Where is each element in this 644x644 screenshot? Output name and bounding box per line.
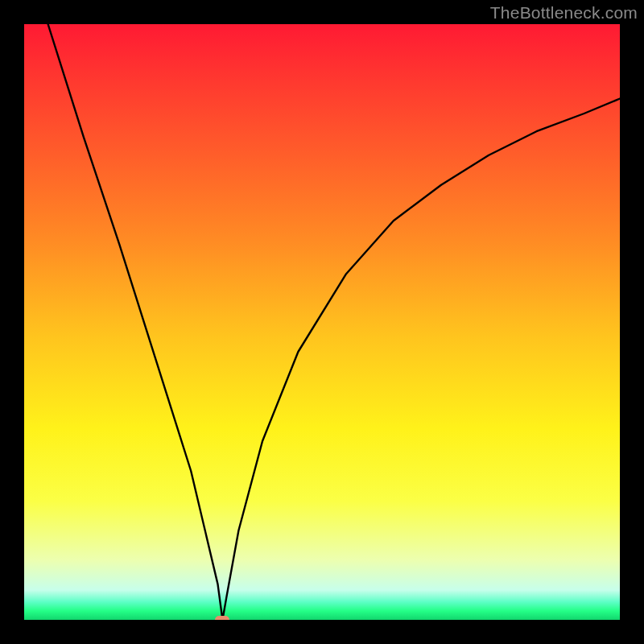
curve-svg: [24, 24, 620, 620]
chart-frame: TheBottleneck.com: [0, 0, 644, 644]
minimum-marker: [215, 616, 229, 620]
watermark: TheBottleneck.com: [490, 3, 638, 23]
bottleneck-curve: [48, 24, 620, 620]
plot-area: [24, 24, 620, 620]
